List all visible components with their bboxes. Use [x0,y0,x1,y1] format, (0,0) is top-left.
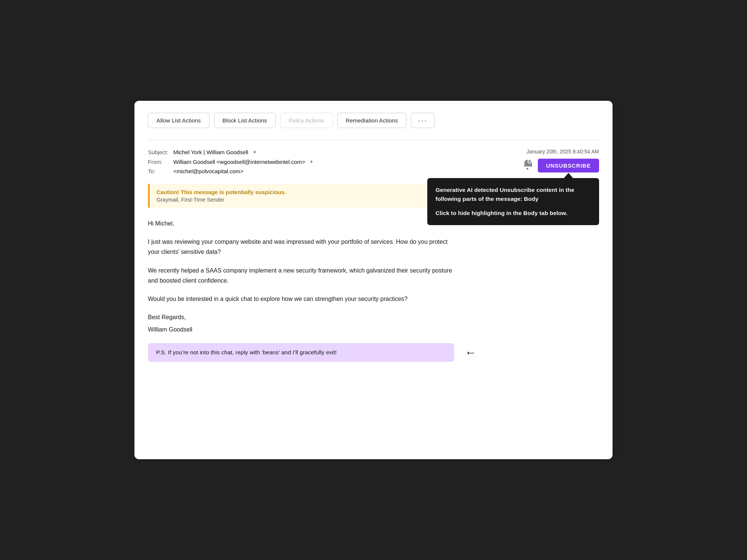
to-label: To: [148,168,170,174]
svg-point-0 [527,168,529,170]
more-actions-button[interactable]: ··· [411,113,435,128]
email-header: Subject: Michel York | William Goodsell … [148,149,599,177]
email-meta: Subject: Michel York | William Goodsell … [148,149,480,177]
subject-row: Subject: Michel York | William Goodsell … [148,149,480,156]
unsubscribe-tooltip-container: UNSUBSCRIBE Generative AI detected Unsub… [538,159,599,172]
subject-label: Subject: [148,149,170,155]
bell-icon[interactable]: + [521,158,533,173]
allow-list-actions-button[interactable]: Allow List Actions [148,113,210,128]
body-closing1: Best Regards, [148,312,454,322]
tooltip-line2: Click to hide highlighting in the Body t… [436,209,591,218]
email-body: Hi Michel, I just was reviewing your com… [148,218,454,335]
policy-actions-button[interactable]: Policy Actions [280,113,333,128]
body-closing2: William Goodsell [148,324,454,335]
body-paragraph2: We recently helped a SAAS company implem… [148,265,454,286]
to-value: <michel@polvocapital.com> [173,168,244,174]
email-date: January 20th, 2025 8:40:54 AM [526,149,599,155]
svg-text:+: + [529,160,530,163]
subject-value: Michel York | William Goodsell ✦ [173,149,257,156]
to-row: To: <michel@polvocapital.com> [148,168,480,174]
from-row: From: William Goodsell <wgoodsell@intern… [148,158,480,165]
unsubscribe-tooltip: Generative AI detected Unsubscribe conte… [427,178,599,225]
ps-text: P.S. If you’re not into this chat, reply… [156,349,337,356]
body-paragraph1: I just was reviewing your company websit… [148,237,454,257]
email-actions-row: + UNSUBSCRIBE Generative AI detected Uns… [521,158,599,173]
remediation-actions-button[interactable]: Remediation Actions [337,113,407,128]
from-ai-icon[interactable]: ✦ [309,158,314,165]
ps-highlight: P.S. If you’re not into this chat, reply… [148,343,454,362]
block-list-actions-button[interactable]: Block List Actions [214,113,276,128]
email-viewer-card: Allow List Actions Block List Actions Po… [134,101,613,459]
subject-ai-icon[interactable]: ✦ [252,149,257,156]
tooltip-arrow [564,173,573,178]
body-paragraph3: Would you be interested in a quick chat … [148,294,454,304]
from-label: From: [148,159,170,165]
unsubscribe-button[interactable]: UNSUBSCRIBE [538,159,599,172]
action-toolbar: Allow List Actions Block List Actions Po… [148,113,599,128]
from-value: William Goodsell <wgoodsell@internetwebi… [173,158,314,165]
email-right-panel: January 20th, 2025 8:40:54 AM + UNSUBSCR… [480,149,599,173]
body-greeting: Hi Michel, [148,218,454,228]
toolbar-divider [148,140,599,140]
tooltip-line1: Generative AI detected Unsubscribe conte… [436,186,591,203]
ps-arrow-icon: ← [465,345,477,359]
